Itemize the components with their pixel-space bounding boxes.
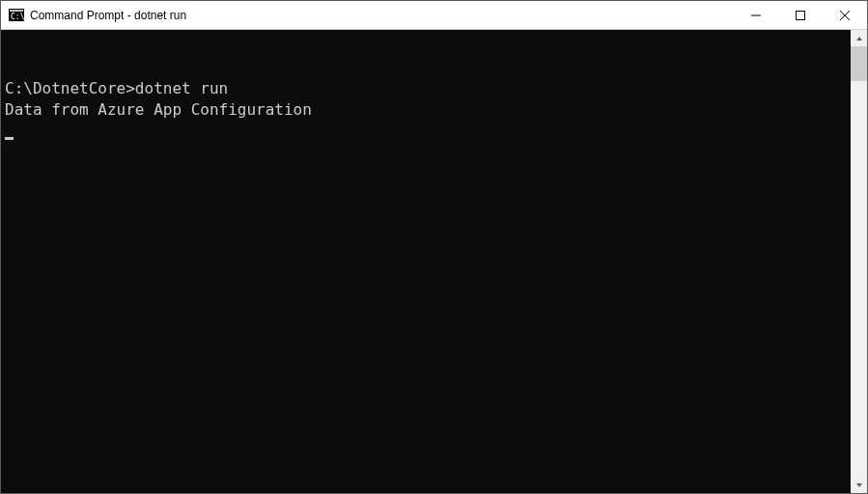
- output-line: Data from Azure App Configuration: [5, 99, 851, 121]
- cursor: [5, 137, 14, 140]
- scroll-track[interactable]: [851, 46, 867, 477]
- window-title: Command Prompt - dotnet run: [30, 9, 734, 22]
- svg-rect-5: [797, 11, 805, 19]
- client-area: C:\DotnetCore>dotnet runData from Azure …: [1, 30, 867, 493]
- command-text: dotnet run: [135, 79, 228, 97]
- scroll-down-arrow-icon[interactable]: [851, 477, 867, 493]
- svg-rect-2: [10, 10, 23, 12]
- close-button[interactable]: [823, 1, 867, 29]
- scroll-thumb[interactable]: [851, 46, 867, 81]
- minimize-button[interactable]: [734, 1, 778, 29]
- terminal-output[interactable]: C:\DotnetCore>dotnet runData from Azure …: [1, 30, 851, 493]
- svg-text:C:\: C:\: [11, 13, 24, 21]
- app-icon: C:\: [9, 8, 24, 23]
- prompt-text: C:\DotnetCore>: [5, 79, 135, 97]
- maximize-button[interactable]: [778, 1, 823, 29]
- scroll-up-arrow-icon[interactable]: [851, 30, 867, 46]
- titlebar[interactable]: C:\ Command Prompt - dotnet run: [1, 1, 867, 30]
- command-prompt-window: C:\ Command Prompt - dotnet run C:\Dotne…: [0, 0, 868, 494]
- vertical-scrollbar[interactable]: [851, 30, 867, 493]
- window-controls: [734, 1, 867, 29]
